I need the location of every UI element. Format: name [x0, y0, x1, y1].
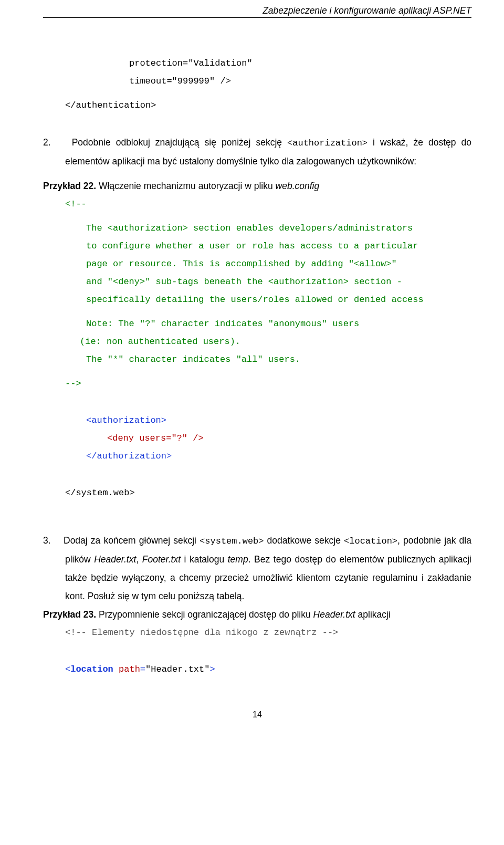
step-item: 3. Dodaj za końcem głównej sekcji <syste…	[43, 531, 471, 606]
step-text: Podobnie odblokuj znajdującą się poniżej…	[72, 137, 287, 148]
attr-name: path	[119, 664, 140, 674]
filename: web.config	[276, 181, 320, 191]
tag-close: >	[209, 664, 215, 674]
code-comment: The <authorization> section enables deve…	[86, 220, 471, 237]
example-caption: Przykład 22. Włączenie mechanizmu autory…	[43, 177, 471, 195]
running-header: Zabezpieczenie i konfigurowanie aplikacj…	[43, 5, 471, 16]
step-number: 3.	[43, 535, 51, 546]
inline-code: <location>	[344, 536, 397, 546]
code-comment: <!-- Elementy niedostępne dla nikogo z z…	[65, 624, 471, 642]
code-comment: (ie: non authenticated users).	[80, 333, 471, 351]
step-text: Dodaj za końcem głównej sekcji	[64, 535, 200, 546]
code-comment: and "<deny>" sub-tags beneath the <autho…	[86, 273, 471, 291]
example-text: aplikacji	[355, 609, 391, 620]
example-text: Włączenie mechanizmu autoryzacji w pliku	[99, 181, 276, 191]
code-comment: specifically detailing the users/roles a…	[86, 291, 471, 309]
step-text: dodatkowe sekcje	[264, 535, 344, 546]
code-tag: </authorization>	[86, 447, 471, 465]
inline-code: <system.web>	[200, 536, 264, 546]
step-text: i katalogu	[181, 554, 228, 565]
code-comment: The "*" character indicates "all" users.	[86, 351, 471, 369]
code-tag: </system.web>	[65, 484, 471, 502]
filename: Header.txt	[313, 609, 355, 620]
example-label: Przykład 22.	[43, 181, 99, 191]
page-number: 14	[43, 710, 471, 719]
code-line: timeout="999999" />	[129, 72, 471, 90]
dirname: temp	[228, 554, 248, 565]
example-text: Przypomnienie sekcji ograniczającej dost…	[99, 609, 313, 620]
document-page: Zabezpieczenie i konfigurowanie aplikacj…	[0, 0, 504, 845]
attr-eq: =	[140, 664, 145, 674]
code-line: </authentication>	[65, 97, 471, 114]
code-comment: Note: The "?" character indicates "anony…	[86, 315, 471, 333]
inline-code: <authorization>	[287, 138, 368, 148]
step-number: 2.	[43, 137, 51, 148]
code-comment: to configure whether a user or role has …	[86, 237, 471, 255]
step-text: ,	[136, 554, 142, 565]
header-rule	[43, 17, 471, 18]
tag-name: <location	[65, 664, 113, 674]
filename: Header.txt	[94, 554, 136, 565]
filename: Footer.txt	[142, 554, 181, 565]
code-comment-close: -->	[65, 375, 471, 393]
code-tag: <authorization>	[86, 412, 471, 430]
example-caption: Przykład 23. Przypomnienie sekcji ograni…	[43, 606, 471, 624]
attr-value: "Header.txt"	[145, 664, 209, 674]
step-item: 2. Podobnie odblokuj znajdującą się poni…	[43, 133, 471, 171]
code-tag: <deny users="?" />	[107, 430, 471, 447]
code-comment-open: <!--	[65, 195, 471, 213]
code-comment: page or resource. This is accomplished b…	[86, 255, 471, 273]
code-tag: <location path="Header.txt">	[65, 661, 471, 679]
example-label: Przykład 23.	[43, 609, 99, 620]
code-line: protection="Validation"	[129, 55, 471, 72]
